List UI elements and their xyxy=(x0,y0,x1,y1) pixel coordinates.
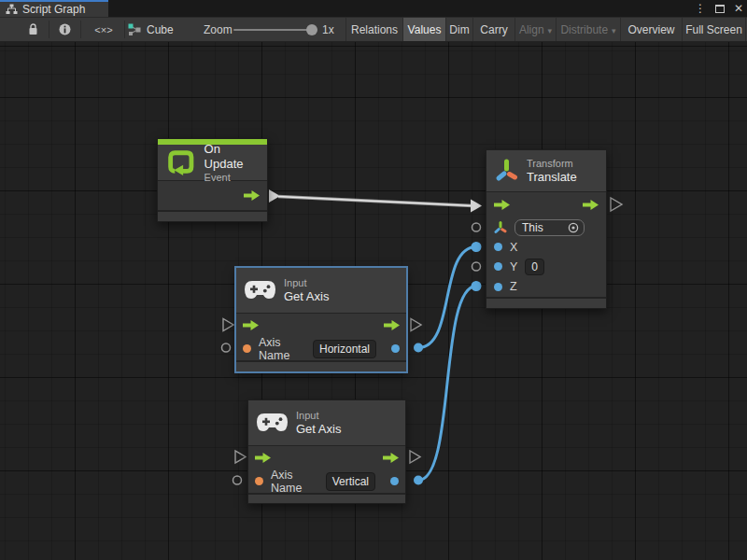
zoom-label: Zoom xyxy=(204,18,233,41)
toolbar-button-dim[interactable]: Dim xyxy=(445,18,472,41)
button-label: Align xyxy=(519,23,544,36)
graph-tab-icon xyxy=(6,4,18,15)
toolbar-button-align[interactable]: Align ▾ xyxy=(514,18,556,41)
axisname-port-icon[interactable] xyxy=(255,477,263,485)
toolbar-button-values[interactable]: Values xyxy=(402,18,445,41)
node-on-update[interactable]: On Update Event xyxy=(157,138,268,222)
toolbar-button-distribute[interactable]: Distribute ▾ xyxy=(556,18,620,41)
toolbar-button-fullscreen[interactable]: Full Screen xyxy=(682,18,746,41)
toolbar: <×> Cube Zoom 1x Relations Values Dim Ca… xyxy=(0,17,747,42)
axisname-value-field[interactable]: Horizontal xyxy=(313,340,376,358)
zoom-value: 1x xyxy=(322,18,334,41)
graph-canvas[interactable]: On Update Event xyxy=(0,42,747,560)
flow-row xyxy=(248,446,405,469)
flow-out-arrow-icon[interactable] xyxy=(244,190,260,201)
node-footer xyxy=(158,212,267,221)
button-label: Dim xyxy=(449,23,469,36)
tab-bar: Script Graph ⋮ ✕ xyxy=(0,0,747,17)
flow-in-arrow-icon[interactable] xyxy=(255,453,271,463)
input-row-y: Y 0 xyxy=(486,257,606,276)
axis-name-row: Axis Name Horizontal xyxy=(236,337,406,360)
node-footer xyxy=(236,362,406,371)
node-body: Axis Name Horizontal xyxy=(236,314,406,360)
transform-icon xyxy=(495,159,518,183)
axis-name-row: Axis Name Vertical xyxy=(248,469,405,493)
get-axis-v-axisname-port[interactable] xyxy=(233,476,242,484)
script-graph-window: Script Graph ⋮ ✕ <×> xyxy=(0,0,747,560)
node-get-axis-horizontal[interactable]: Input Get Axis Axis Name Horizontal xyxy=(235,267,407,372)
object-picker-icon[interactable] xyxy=(568,222,579,233)
lock-icon xyxy=(28,23,38,35)
lock-button[interactable] xyxy=(22,18,43,41)
button-label: Carry xyxy=(480,23,507,36)
node-category: Input xyxy=(296,410,341,422)
translate-target-port[interactable] xyxy=(472,223,481,231)
get-axis-h-result-port-connected[interactable] xyxy=(414,343,423,353)
flow-out-arrow-icon[interactable] xyxy=(583,200,599,210)
tab-script-graph[interactable]: Script Graph xyxy=(0,0,108,17)
code-preview-button[interactable]: <×> xyxy=(90,18,118,41)
node-footer xyxy=(248,495,405,503)
translate-flow-out-port[interactable] xyxy=(611,198,622,211)
z-port-icon[interactable] xyxy=(494,283,502,291)
info-button[interactable] xyxy=(54,18,75,41)
axisname-port-icon[interactable] xyxy=(243,344,251,353)
node-body: Axis Name Vertical xyxy=(248,446,405,493)
flow-row xyxy=(486,192,606,218)
toolbar-separator xyxy=(49,21,49,38)
x-port-icon[interactable] xyxy=(494,243,502,251)
value-wire-vertical-to-z xyxy=(418,287,476,481)
result-port-icon[interactable] xyxy=(390,477,399,485)
node-body xyxy=(158,181,267,210)
flow-out-arrow-icon[interactable] xyxy=(383,453,399,463)
toolbar-separator xyxy=(124,21,125,38)
toolbar-button-carry[interactable]: Carry xyxy=(472,18,514,41)
graph-breadcrumb-icon xyxy=(128,23,141,36)
zoom-slider-track[interactable] xyxy=(233,29,316,31)
input-row-z: Z xyxy=(486,276,606,297)
translate-y-port[interactable] xyxy=(472,262,481,271)
get-axis-v-result-port-connected[interactable] xyxy=(414,476,423,485)
chevron-down-icon: ▾ xyxy=(612,26,616,35)
close-button[interactable]: ✕ xyxy=(734,0,743,17)
flow-row xyxy=(158,181,267,210)
maximize-button[interactable] xyxy=(715,5,725,13)
result-port-icon[interactable] xyxy=(391,344,400,353)
flow-in-arrow-icon[interactable] xyxy=(243,320,259,330)
toolbar-button-overview[interactable]: Overview xyxy=(620,18,682,41)
update-event-icon xyxy=(166,148,196,176)
toolbar-button-relations[interactable]: Relations xyxy=(345,18,402,41)
node-translate[interactable]: Transform Translate xyxy=(486,149,607,309)
input-row-x: X xyxy=(486,238,606,258)
target-object-field[interactable]: This xyxy=(514,219,585,236)
get-axis-h-axisname-port[interactable] xyxy=(222,343,231,352)
flow-out-arrow-icon[interactable] xyxy=(384,320,400,330)
get-axis-v-flow-in-port[interactable] xyxy=(235,451,246,463)
get-axis-h-flow-out-port[interactable] xyxy=(411,319,421,331)
breadcrumb-label: Cube xyxy=(147,23,174,36)
info-icon xyxy=(59,23,71,35)
node-title: Get Axis xyxy=(284,289,329,304)
node-title: Get Axis xyxy=(296,422,341,437)
y-value-field[interactable]: 0 xyxy=(525,259,544,275)
translate-flow-in-port-connected[interactable] xyxy=(471,200,482,213)
translate-z-port-connected[interactable] xyxy=(472,281,482,291)
flow-in-arrow-icon[interactable] xyxy=(494,200,510,210)
get-axis-v-flow-out-port[interactable] xyxy=(410,451,420,463)
code-icon: <×> xyxy=(94,24,112,35)
axisname-label: Axis Name xyxy=(271,469,318,495)
button-label: Full Screen xyxy=(685,23,742,36)
axisname-label: Axis Name xyxy=(259,336,305,362)
zoom-slider-handle[interactable] xyxy=(306,24,317,35)
transform-mini-icon xyxy=(494,221,507,234)
node-get-axis-vertical[interactable]: Input Get Axis Axis Name Vertical xyxy=(247,399,406,504)
breadcrumb[interactable]: Cube xyxy=(128,18,174,41)
node-category: Input xyxy=(284,277,329,289)
get-axis-h-flow-in-port[interactable] xyxy=(223,319,233,331)
node-title: Translate xyxy=(527,170,577,185)
y-port-icon[interactable] xyxy=(494,262,502,271)
translate-x-port-connected[interactable] xyxy=(472,242,482,252)
axisname-value-field[interactable]: Vertical xyxy=(326,472,375,491)
port-label-z: Z xyxy=(510,280,517,293)
window-menu-button[interactable]: ⋮ xyxy=(695,0,706,17)
